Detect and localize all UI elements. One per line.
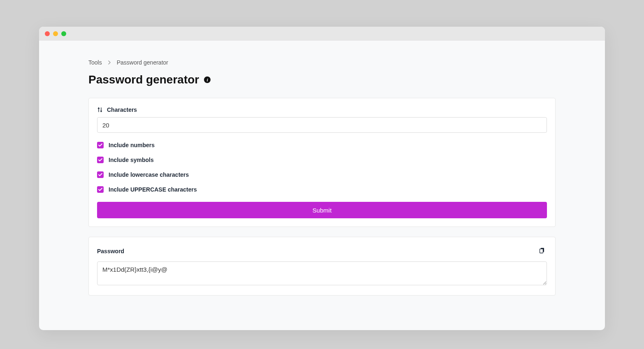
breadcrumb-current: Password generator — [117, 59, 168, 66]
checkbox-lowercase-label: Include lowercase characters — [109, 171, 189, 178]
content-area: Tools Password generator Password genera… — [39, 41, 605, 330]
page-title: Password generator — [88, 73, 199, 86]
checkbox-numbers[interactable] — [97, 142, 104, 148]
checkbox-symbols[interactable] — [97, 157, 104, 163]
checkbox-numbers-label: Include numbers — [109, 142, 155, 148]
characters-label-row: Characters — [97, 106, 547, 113]
close-icon[interactable] — [45, 31, 50, 36]
copy-icon — [539, 247, 545, 255]
minimize-icon[interactable] — [53, 31, 58, 36]
sliders-icon — [97, 107, 103, 113]
checkbox-symbols-label: Include symbols — [109, 157, 154, 163]
check-row-numbers: Include numbers — [97, 142, 547, 148]
result-header: Password — [97, 245, 547, 257]
chevron-right-icon — [108, 59, 111, 66]
copy-button[interactable] — [537, 245, 547, 257]
password-output[interactable] — [97, 261, 547, 285]
info-icon[interactable]: i — [204, 76, 211, 83]
svg-rect-1 — [540, 249, 543, 253]
characters-label: Characters — [107, 106, 137, 113]
maximize-icon[interactable] — [61, 31, 66, 36]
checkbox-uppercase[interactable] — [97, 186, 104, 193]
checkbox-uppercase-label: Include UPPERCASE characters — [109, 186, 197, 193]
breadcrumb: Tools Password generator — [88, 59, 556, 66]
check-row-lowercase: Include lowercase characters — [97, 171, 547, 178]
check-row-symbols: Include symbols — [97, 157, 547, 163]
submit-button[interactable]: Submit — [97, 202, 547, 218]
breadcrumb-root[interactable]: Tools — [88, 59, 102, 66]
result-card: Password — [88, 237, 556, 296]
titlebar — [39, 27, 605, 41]
characters-input[interactable] — [97, 117, 547, 133]
check-row-uppercase: Include UPPERCASE characters — [97, 186, 547, 193]
result-label: Password — [97, 248, 124, 254]
app-window: Tools Password generator Password genera… — [39, 27, 605, 330]
checkbox-lowercase[interactable] — [97, 171, 104, 178]
page-title-row: Password generator i — [88, 73, 556, 86]
generator-form-card: Characters Include numbers Include symbo… — [88, 98, 556, 227]
